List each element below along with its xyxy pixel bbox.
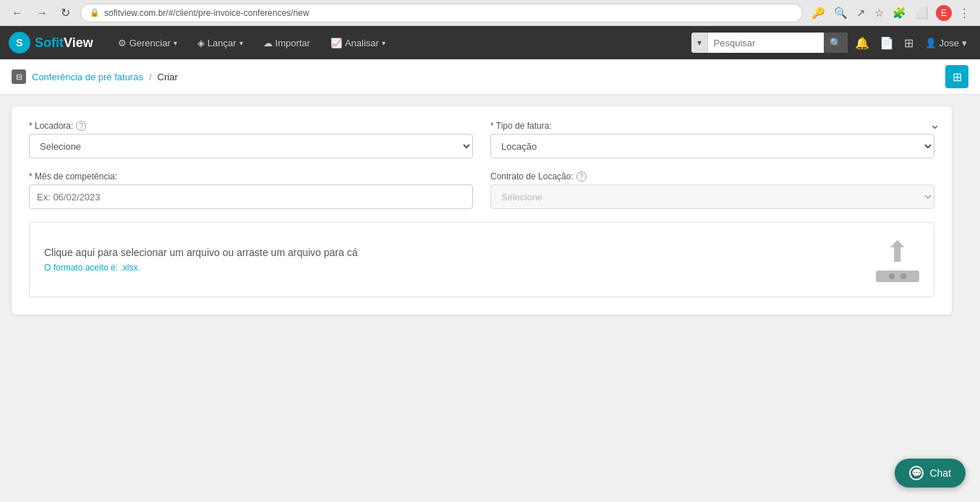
nav-lancar-label: Lançar <box>208 38 237 48</box>
window-icon[interactable]: ⬜ <box>913 5 930 21</box>
gear-icon: ⚙ <box>118 38 127 48</box>
upload-dot-2 <box>900 273 906 279</box>
tipo-fatura-label: * Tipo de fatura: <box>490 121 934 131</box>
chevron-down-icon-3: ▾ <box>382 39 385 47</box>
upload-arrow-icon: ⬆ <box>885 237 910 266</box>
main-content: ⌄ * Locadora: ? Selecione * Tipo de fatu… <box>0 95 980 502</box>
user-icon: 👤 <box>925 38 937 48</box>
nav-importar[interactable]: ☁ Importar <box>256 35 318 51</box>
search-button[interactable]: 🔍 <box>824 33 848 53</box>
lock-icon: 🔒 <box>90 8 100 17</box>
upload-format: .xlsx <box>120 263 137 273</box>
brand-logo: S <box>9 32 30 54</box>
star-icon[interactable]: ☆ <box>873 5 885 21</box>
action-button[interactable]: ⊞ <box>945 65 968 88</box>
nav-gerenciar-label: Gerenciar <box>129 38 171 48</box>
profile-icon[interactable]: E <box>936 5 952 21</box>
tipo-fatura-group: * Tipo de fatura: Locação Manutenção Mul… <box>490 121 934 158</box>
user-chevron-icon: ▾ <box>962 38 967 48</box>
zoom-icon[interactable]: 🔍 <box>832 5 849 21</box>
locadora-select[interactable]: Selecione <box>29 134 473 158</box>
browser-actions: 🔑 🔍 ↗ ☆ 🧩 ⬜ E ⋮ <box>810 5 971 21</box>
upload-icon-block: ⬆ <box>876 237 919 282</box>
upload-main-text: Clique aqui para selecionar um arquivo o… <box>44 247 357 258</box>
locadora-label: * Locadora: ? <box>29 121 473 131</box>
nav-importar-label: Importar <box>276 38 310 48</box>
bell-icon[interactable]: 🔔 <box>853 35 871 51</box>
search-container: ▾ 🔍 <box>691 33 848 53</box>
brand[interactable]: S SofitView <box>9 32 93 54</box>
nav-icons: 🔔 📄 ⊞ <box>853 35 915 51</box>
locadora-group: * Locadora: ? Selecione <box>29 121 473 158</box>
brand-sofit: Sofit <box>35 35 64 50</box>
brand-view: View <box>64 35 93 50</box>
collapse-button[interactable]: ⌄ <box>929 116 940 132</box>
chevron-down-icon: ▾ <box>174 39 177 47</box>
chart-icon: 📈 <box>331 38 342 48</box>
locadora-help-icon[interactable]: ? <box>76 121 86 131</box>
refresh-button[interactable]: ↻ <box>58 4 73 21</box>
contrato-locacao-select[interactable]: Selecione <box>490 184 934 209</box>
breadcrumb-current: Criar <box>158 72 178 82</box>
user-label: Jose <box>939 38 959 48</box>
chevron-down-icon-2: ▾ <box>239 39 243 47</box>
browser-bar: ← → ↻ 🔒 sofitview.com.br/#/client/pre-in… <box>0 0 980 26</box>
navbar: S SofitView ⚙ Gerenciar ▾ ◈ Lançar ▾ ☁ I… <box>0 26 980 59</box>
url-text: sofitview.com.br/#/client/pre-invoice-co… <box>104 8 309 18</box>
contrato-help-icon[interactable]: ? <box>576 171 587 182</box>
document-icon[interactable]: 📄 <box>878 35 895 51</box>
form-row-1: * Locadora: ? Selecione * Tipo de fatura… <box>29 121 934 158</box>
chat-label: Chat <box>929 467 951 479</box>
breadcrumb-bar: ⊟ Conferência de pré faturas / Criar ⊞ <box>0 59 980 95</box>
grid-icon[interactable]: ⊞ <box>903 35 915 51</box>
form-card: ⌄ * Locadora: ? Selecione * Tipo de fatu… <box>12 106 952 315</box>
upload-text-block: Clique aqui para selecionar um arquivo o… <box>44 247 357 273</box>
upload-dot-1 <box>889 273 895 279</box>
chat-button[interactable]: 💬 Chat <box>895 459 966 488</box>
form-row-2: * Mês de competência: Contrato de Locaçã… <box>29 171 934 209</box>
search-input[interactable] <box>708 38 824 48</box>
nav-lancar[interactable]: ◈ Lançar ▾ <box>190 35 250 51</box>
upload-base <box>876 271 919 282</box>
brand-text: SofitView <box>35 35 93 51</box>
mes-competencia-input[interactable] <box>29 184 473 209</box>
upload-area[interactable]: Clique aqui para selecionar um arquivo o… <box>29 222 934 297</box>
nav-gerenciar[interactable]: ⚙ Gerenciar ▾ <box>111 35 184 51</box>
url-bar[interactable]: 🔒 sofitview.com.br/#/client/pre-invoice-… <box>80 4 803 22</box>
share-icon[interactable]: ↗ <box>855 5 867 21</box>
back-button[interactable]: ← <box>9 5 26 21</box>
nav-analisar-label: Analisar <box>345 38 379 48</box>
breadcrumb-icon: ⊟ <box>12 69 26 84</box>
search-prefix[interactable]: ▾ <box>691 33 708 53</box>
contrato-locacao-label: Contrato de Locação: ? <box>490 171 934 182</box>
key-icon[interactable]: 🔑 <box>810 5 827 21</box>
contrato-locacao-group: Contrato de Locação: ? Selecione <box>490 171 934 209</box>
nav-analisar[interactable]: 📈 Analisar ▾ <box>323 35 393 51</box>
tipo-fatura-select[interactable]: Locação Manutenção Multa <box>490 134 934 158</box>
menu-icon[interactable]: ⋮ <box>958 5 971 21</box>
launch-icon: ◈ <box>197 38 205 48</box>
mes-competencia-group: * Mês de competência: <box>29 171 473 209</box>
breadcrumb-link[interactable]: Conferência de pré faturas <box>32 72 143 82</box>
breadcrumb-separator: / <box>149 72 152 82</box>
chat-icon: 💬 <box>909 466 924 480</box>
forward-button[interactable]: → <box>33 5 51 21</box>
cloud-icon: ☁ <box>263 38 273 48</box>
user-menu[interactable]: 👤 Jose ▾ <box>921 35 971 51</box>
mes-competencia-label: * Mês de competência: <box>29 171 473 182</box>
upload-sub-text: O formato aceito é: .xlsx. <box>44 263 357 273</box>
extension-icon[interactable]: 🧩 <box>891 5 908 21</box>
